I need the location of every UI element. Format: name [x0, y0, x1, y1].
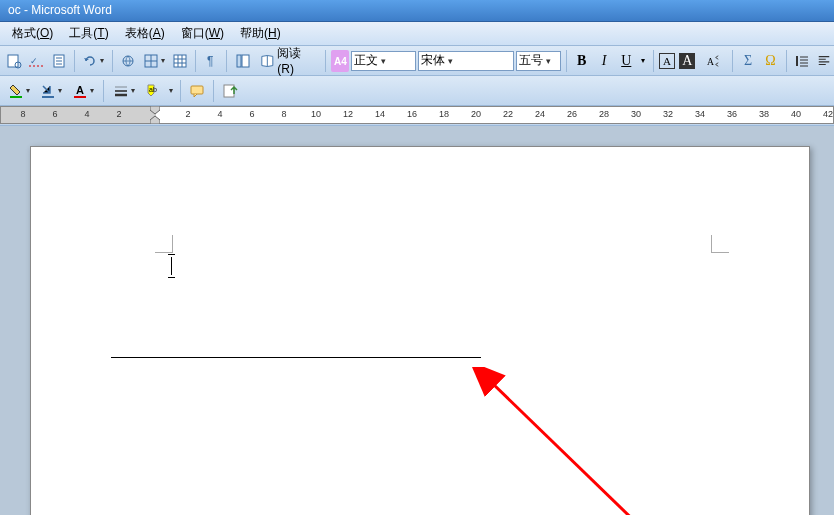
- horizontal-ruler[interactable]: 8 6 4 2 2 4 6 8 10 12 14 16 18 20 22 24 …: [0, 106, 834, 124]
- menu-tools[interactable]: 工具(T): [61, 22, 116, 45]
- toolbar-divider: [103, 80, 104, 102]
- menu-help[interactable]: 帮助(H): [232, 22, 289, 45]
- toolbar-divider: [226, 50, 227, 72]
- svg-rect-12: [796, 56, 798, 66]
- svg-text:ab: ab: [149, 86, 157, 93]
- research-button[interactable]: [49, 50, 69, 72]
- menu-format[interactable]: 格式(O): [4, 22, 61, 45]
- read-label: 阅读(R): [277, 45, 314, 76]
- indent-marker-icon[interactable]: [150, 106, 160, 124]
- bold-button[interactable]: B: [572, 50, 592, 72]
- text-border-button[interactable]: A: [659, 53, 676, 69]
- svg-text:✓: ✓: [30, 56, 38, 66]
- page-margin-corner-tr: [711, 235, 729, 253]
- style-combo-text: 正文: [354, 52, 378, 69]
- svg-rect-14: [42, 96, 54, 98]
- font-size-text: 五号: [519, 52, 543, 69]
- accept-change-button[interactable]: [219, 80, 241, 102]
- toolbar-divider: [112, 50, 113, 72]
- insert-comment-button[interactable]: [186, 80, 208, 102]
- align-distributed-button[interactable]: [791, 50, 811, 72]
- annotation-arrow-icon: [471, 367, 671, 515]
- font-color-button[interactable]: A: [68, 80, 98, 102]
- svg-rect-18: [191, 86, 203, 94]
- toolbar-divider: [786, 50, 787, 72]
- italic-button[interactable]: I: [594, 50, 614, 72]
- fill-color-button[interactable]: [4, 80, 34, 102]
- titlebar: oc - Microsoft Word: [0, 0, 834, 22]
- page-margin-corner-tl: [155, 235, 173, 253]
- toolbar-divider: [325, 50, 326, 72]
- toolbar-divider: [566, 50, 567, 72]
- svg-text:A: A: [707, 55, 714, 66]
- svg-rect-8: [237, 55, 241, 67]
- drawn-horizontal-line[interactable]: [111, 357, 481, 358]
- svg-rect-6: [174, 55, 186, 67]
- character-scaling-button[interactable]: A: [700, 50, 728, 72]
- text-cursor: [171, 257, 172, 275]
- style-combo[interactable]: 正文 ▾: [351, 51, 416, 71]
- highlight-arrow[interactable]: [165, 80, 175, 102]
- font-combo[interactable]: 宋体 ▾: [418, 51, 514, 71]
- title-text: oc - Microsoft Word: [8, 3, 112, 17]
- hyperlink-button[interactable]: [118, 50, 138, 72]
- underline-arrow[interactable]: ▾: [638, 50, 647, 72]
- spelling-button[interactable]: ✓: [26, 50, 46, 72]
- menubar: 格式(O) 工具(T) 表格(A) 窗口(W) 帮助(H): [0, 22, 834, 46]
- toolbar-divider: [74, 50, 75, 72]
- menu-table[interactable]: 表格(A): [117, 22, 173, 45]
- align-left-button[interactable]: [814, 50, 834, 72]
- styles-button[interactable]: A4: [331, 50, 349, 72]
- svg-text:A4: A4: [334, 56, 347, 67]
- dropdown-arrow-icon: ▾: [445, 56, 453, 66]
- svg-rect-16: [74, 96, 86, 98]
- font-combo-text: 宋体: [421, 52, 445, 69]
- toolbar-divider: [213, 80, 214, 102]
- highlight-button[interactable]: ab: [141, 80, 163, 102]
- read-button[interactable]: 阅读(R): [255, 50, 320, 72]
- toolbar-divider: [732, 50, 733, 72]
- svg-text:A: A: [76, 84, 84, 96]
- document-page[interactable]: [30, 146, 810, 515]
- show-formatting-button[interactable]: ¶: [201, 50, 221, 72]
- symbol-button[interactable]: Ω: [760, 50, 780, 72]
- svg-text:¶: ¶: [207, 54, 213, 68]
- dropdown-arrow-icon: ▾: [543, 56, 551, 66]
- svg-rect-0: [8, 55, 18, 67]
- dropdown-arrow-icon: ▾: [378, 56, 386, 66]
- ruler-area: 8 6 4 2 2 4 6 8 10 12 14 16 18 20 22 24 …: [0, 106, 834, 126]
- toolbar-divider: [195, 50, 196, 72]
- document-area[interactable]: [0, 126, 834, 515]
- document-map-button[interactable]: [232, 50, 252, 72]
- drawing-toolbar: A ab: [0, 76, 834, 106]
- svg-line-20: [491, 382, 651, 515]
- standard-toolbar: ✓ ¶ 阅读(R) A4 正文 ▾ 宋体 ▾ 五号 ▾ B I: [0, 46, 834, 76]
- insert-table-button[interactable]: [170, 50, 190, 72]
- line-style-button[interactable]: [109, 80, 139, 102]
- menu-window[interactable]: 窗口(W): [173, 22, 232, 45]
- tables-borders-button[interactable]: [140, 50, 168, 72]
- svg-rect-9: [242, 55, 249, 67]
- undo-button[interactable]: [80, 50, 108, 72]
- toolbar-divider: [653, 50, 654, 72]
- equation-button[interactable]: Σ: [738, 50, 758, 72]
- underline-button[interactable]: U: [616, 50, 636, 72]
- font-size-combo[interactable]: 五号 ▾: [516, 51, 561, 71]
- print-preview-button[interactable]: [4, 50, 24, 72]
- toolbar-divider: [180, 80, 181, 102]
- svg-rect-13: [10, 96, 22, 98]
- character-shading-button[interactable]: A: [677, 50, 697, 72]
- svg-rect-19: [224, 85, 234, 97]
- line-color-button[interactable]: [36, 80, 66, 102]
